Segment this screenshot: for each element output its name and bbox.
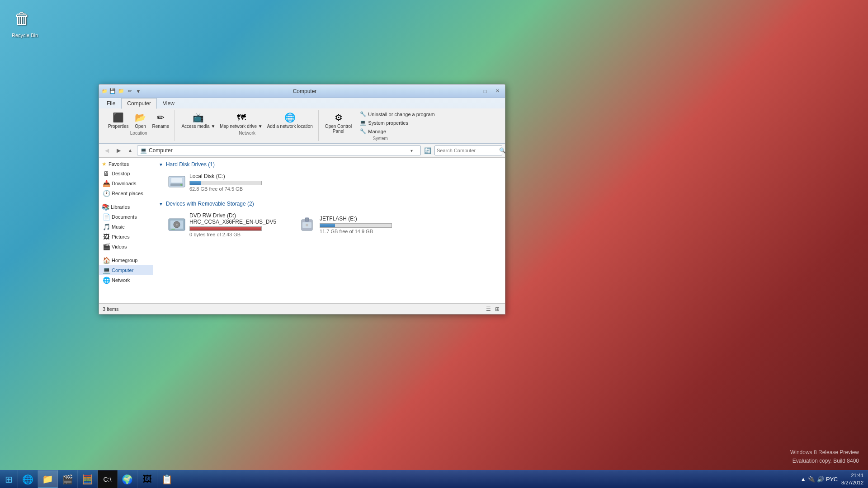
manage-icon: 🔧 (360, 128, 366, 134)
sidebar-item-pictures[interactable]: 🖼 Pictures (99, 232, 153, 242)
taskbar-media[interactable]: 🎬 (58, 470, 78, 488)
hard-disk-label: Hard Disk Drives (1) (166, 161, 215, 168)
maximize-button[interactable]: □ (479, 87, 491, 96)
sidebar-music-label: Music (112, 224, 125, 230)
keyboard-lang[interactable]: РУС (826, 476, 838, 483)
open-button[interactable]: 📂 Open (132, 110, 150, 130)
hard-disk-header[interactable]: ▼ Hard Disk Drives (1) (159, 161, 500, 168)
sidebar-item-network[interactable]: 🌐 Network (99, 275, 153, 285)
start-button[interactable]: ⊞ (0, 470, 18, 488)
add-network-button[interactable]: 🌐 Add a network location (265, 110, 315, 130)
rename-icon: ✏ (154, 111, 167, 124)
taskbar-explorer[interactable]: 📁 (38, 470, 58, 488)
drive-e-bar-container (320, 223, 392, 228)
search-box[interactable]: 🔍 (434, 145, 502, 155)
manage-button[interactable]: 🔧 Manage (357, 127, 437, 135)
taskbar-photos[interactable]: 🖼 (137, 470, 157, 488)
qat-save[interactable]: 💾 (108, 87, 117, 95)
hard-disk-list: Local Disk (C:) 62.8 GB free of 74.5 GB (166, 171, 500, 193)
taskbar: ⊞ 🌐 📁 🎬 🧮 C:\ 🌍 🖼 📋 ▲ 🔌 🔊 РУС 21:41 8/27… (0, 470, 868, 488)
tab-view[interactable]: View (157, 98, 180, 108)
libraries-icon: 📚 (102, 203, 109, 211)
svg-point-7 (176, 224, 178, 225)
view-buttons: ☰ ⊞ (484, 305, 501, 313)
close-button[interactable]: ✕ (491, 87, 503, 96)
svg-rect-8 (171, 229, 175, 230)
taskbar-app1[interactable]: 🌍 (118, 470, 137, 488)
sidebar-item-homegroup[interactable]: 🏠 Homegroup (99, 255, 153, 265)
sidebar-item-desktop[interactable]: 🖥 Desktop (99, 169, 153, 178)
address-dropdown[interactable]: ▾ (410, 148, 418, 153)
desktop: 🗑 Recycle Bin Windows 8 Release Preview … (0, 0, 868, 488)
drive-item-e[interactable]: JETFLASH (E:) 11.7 GB free of 14.9 GB (296, 211, 423, 239)
taskbar-tm[interactable]: 📋 (157, 470, 177, 488)
taskbar-clock[interactable]: 21:41 8/27/2012 (841, 472, 863, 486)
explorer-window: 📁 💾 📁 ✏ ▼ Computer – □ ✕ File Computer V… (99, 84, 505, 314)
location-buttons: ⬛ Properties 📂 Open ✏ Rename (106, 110, 171, 130)
svg-point-12 (306, 224, 308, 226)
desktop-icon: 🖥 (103, 170, 110, 177)
removable-header[interactable]: ▼ Devices with Removable Storage (2) (159, 201, 500, 207)
uninstall-button[interactable]: 🔧 Uninstall or change a program (357, 110, 437, 118)
drive-d-name: DVD RW Drive (D:) HRC_CCSA_X86FRE_EN-US_… (189, 212, 291, 225)
search-input[interactable] (437, 148, 499, 153)
notification-icon[interactable]: ▲ (800, 476, 806, 483)
taskbar-right: ▲ 🔌 🔊 РУС 21:41 8/27/2012 (796, 472, 868, 486)
forward-button[interactable]: ▶ (113, 145, 123, 155)
sidebar-videos-label: Videos (112, 244, 127, 249)
refresh-button[interactable]: 🔄 (423, 145, 433, 155)
tile-view-button[interactable]: ⊞ (493, 305, 501, 313)
map-drive-button[interactable]: 🗺 Map network drive ▼ (218, 110, 264, 130)
minimize-button[interactable]: – (467, 87, 479, 96)
main-area: ★ Favorites 🖥 Desktop 📥 Downloads 🕐 Rece… (99, 158, 505, 303)
homegroup-icon: 🏠 (103, 257, 110, 264)
drive-item-d[interactable]: DVD RW Drive (D:) HRC_CCSA_X86FRE_EN-US_… (166, 211, 292, 239)
up-button[interactable]: ▲ (125, 145, 135, 155)
computer-icon: 💻 (103, 267, 110, 274)
drive-e-size: 11.7 GB free of 14.9 GB (320, 229, 421, 234)
taskbar-ie[interactable]: 🌐 (18, 470, 38, 488)
removable-label: Devices with Removable Storage (2) (166, 201, 254, 207)
tab-file[interactable]: File (101, 98, 121, 108)
drive-d-bar (190, 227, 261, 230)
drive-c-icon (168, 174, 186, 192)
drive-c-bar-container (189, 181, 262, 185)
status-bar: 3 items ☰ ⊞ (99, 303, 505, 314)
tab-computer[interactable]: Computer (121, 98, 157, 109)
documents-icon: 📄 (103, 213, 110, 221)
open-control-panel-button[interactable]: ⚙ Open ControlPanel (323, 110, 354, 135)
sidebar-favorites-header[interactable]: ★ Favorites (99, 160, 153, 169)
search-icon[interactable]: 🔍 (499, 147, 506, 154)
videos-icon: 🎬 (103, 243, 110, 250)
volume-icon[interactable]: 🔊 (817, 476, 824, 483)
sidebar-libraries-header[interactable]: 📚 Libraries (99, 202, 153, 212)
qat-folder[interactable]: 📁 (117, 87, 125, 95)
list-view-button[interactable]: ☰ (484, 305, 492, 313)
system-properties-button[interactable]: 💻 System properties (357, 119, 437, 127)
sidebar-item-videos[interactable]: 🎬 Videos (99, 242, 153, 252)
add-network-icon: 🌐 (283, 111, 296, 124)
sidebar-item-recent[interactable]: 🕐 Recent places (99, 188, 153, 198)
properties-button[interactable]: ⬛ Properties (106, 110, 131, 130)
taskbar-calc[interactable]: 🧮 (78, 470, 98, 488)
properties-icon: ⬛ (112, 111, 125, 124)
address-path[interactable]: 💻 Computer ▾ (137, 145, 421, 155)
sidebar-item-music[interactable]: 🎵 Music (99, 222, 153, 232)
access-media-button[interactable]: 📺 Access media ▼ (179, 110, 217, 130)
network-status-icon[interactable]: 🔌 (808, 476, 815, 483)
recycle-bin-icon[interactable]: 🗑 Recycle Bin (9, 9, 41, 38)
qat-dropdown[interactable]: ▼ (134, 87, 142, 95)
sidebar-item-downloads[interactable]: 📥 Downloads (99, 178, 153, 188)
sidebar-item-computer[interactable]: 💻 Computer (99, 265, 153, 275)
drive-item-c[interactable]: Local Disk (C:) 62.8 GB free of 74.5 GB (166, 171, 292, 193)
sidebar-item-documents[interactable]: 📄 Documents (99, 212, 153, 222)
rename-button[interactable]: ✏ Rename (151, 110, 171, 130)
win8-watermark: Windows 8 Release Preview Evaluation cop… (790, 448, 859, 465)
qat-rename[interactable]: ✏ (126, 87, 134, 95)
ribbon-group-network: 📺 Access media ▼ 🗺 Map network drive ▼ 🌐… (176, 110, 318, 141)
sidebar-network-label: Network (112, 277, 130, 283)
sidebar-computer-label: Computer (112, 267, 133, 273)
back-button[interactable]: ◀ (102, 145, 112, 155)
uninstall-icon: 🔧 (360, 111, 366, 117)
taskbar-cmd[interactable]: C:\ (98, 470, 118, 488)
